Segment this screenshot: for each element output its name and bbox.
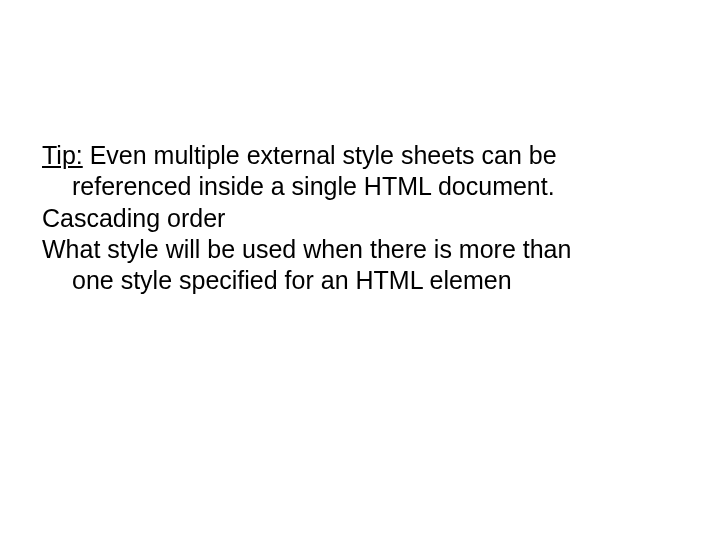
- tip-label: Tip:: [42, 141, 83, 169]
- question-line-2: one style specified for an HTML elemen: [42, 265, 678, 296]
- tip-line-2: referenced inside a single HTML document…: [42, 171, 678, 202]
- cascading-heading: Cascading order: [42, 203, 678, 234]
- question-line-1: What style will be used when there is mo…: [42, 234, 678, 265]
- tip-line-1: Tip: Even multiple external style sheets…: [42, 140, 678, 171]
- tip-line-1-rest: Even multiple external style sheets can …: [83, 141, 557, 169]
- slide-text-block: Tip: Even multiple external style sheets…: [42, 140, 678, 296]
